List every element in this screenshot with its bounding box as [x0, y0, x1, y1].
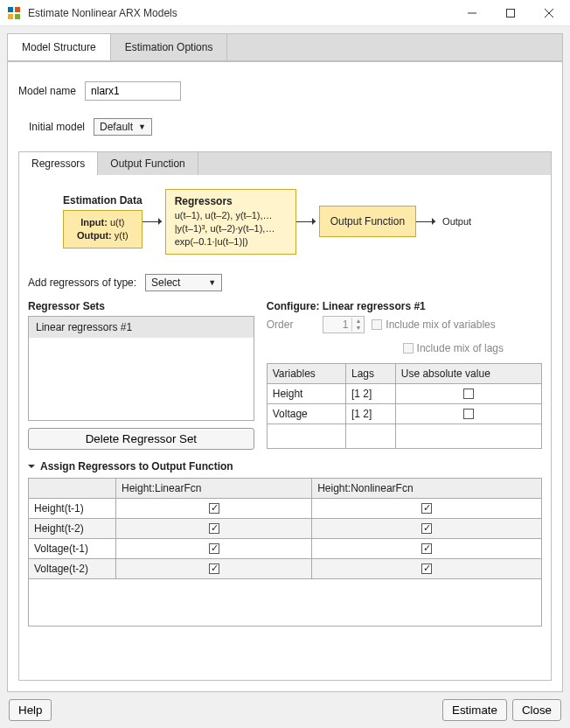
table-row: Height(t-2) [29, 518, 542, 538]
table-row: Voltage(t-1) [29, 538, 542, 558]
spinner-arrows-icon: ▲▼ [351, 318, 364, 332]
regressors-box: Regressors u(t–1), u(t–2), y(t–1),… |y(t… [165, 189, 296, 255]
assign-regressors-toggle[interactable]: Assign Regressors to Output Function [28, 460, 542, 472]
window-minimize-button[interactable] [453, 0, 491, 26]
window-title: Estimate Nonlinear ARX Models [28, 7, 453, 19]
checkbox-checked-icon [209, 564, 219, 574]
output-function-box: Output Function [319, 206, 416, 237]
add-regressors-label: Add regressors of type: [28, 276, 136, 289]
estimation-data-block: Estimation Data Input: u(t) Output: y(t) [63, 194, 142, 248]
help-button[interactable]: Help [9, 699, 52, 721]
checkbox-checked-icon [421, 503, 432, 514]
cell-empty [395, 424, 541, 448]
tab-output-function[interactable]: Output Function [98, 152, 198, 175]
window-close-button[interactable] [530, 0, 568, 26]
cell-empty [267, 424, 345, 448]
order-label: Order [267, 318, 294, 331]
window-titlebar: Estimate Nonlinear ARX Models [0, 0, 570, 26]
arrow-icon [296, 216, 319, 227]
estimate-button[interactable]: Estimate [442, 699, 507, 721]
col-use-absolute[interactable]: Use absolute value [395, 363, 541, 383]
pipeline-diagram: Estimation Data Input: u(t) Output: y(t)… [63, 189, 542, 255]
cell-empty [346, 424, 396, 448]
chevron-down-icon: ▼ [208, 278, 216, 287]
regressors-box-line: u(t–1), u(t–2), y(t–1),… [175, 209, 287, 222]
cell-nl-check[interactable] [312, 538, 542, 558]
close-button[interactable]: Close [512, 699, 561, 721]
regressors-box-title: Regressors [175, 195, 287, 207]
est-input-label: Input: [80, 217, 108, 228]
main-tabs: Model Structure Estimation Options [7, 33, 563, 61]
dialog-footer: Help Estimate Close [7, 692, 563, 721]
table-row: Voltage [1 2] [267, 403, 541, 424]
cell-lin-check[interactable] [116, 558, 312, 578]
output-function-box-label: Output Function [330, 215, 405, 228]
estimation-data-caption: Estimation Data [63, 194, 142, 206]
arrow-icon [416, 216, 439, 227]
window-maximize-button[interactable] [491, 0, 530, 26]
cell-lags[interactable]: [1 2] [346, 383, 396, 403]
cell-regressor-name: Voltage(t-1) [29, 538, 116, 558]
estimation-data-box: Input: u(t) Output: y(t) [63, 210, 142, 248]
cell-lags[interactable]: [1 2] [346, 403, 396, 424]
include-mix-lags-label: Include mix of lags [417, 342, 504, 354]
cell-nl-check[interactable] [312, 498, 542, 518]
checkbox-box-icon [372, 319, 382, 330]
col-nonlinearfcn[interactable]: Height:NonlinearFcn [312, 478, 542, 498]
tab-regressors[interactable]: Regressors [19, 152, 98, 175]
chevron-down-icon: ▼ [138, 122, 146, 131]
cell-lin-check[interactable] [116, 518, 312, 538]
cell-lin-check[interactable] [116, 498, 312, 518]
assign-regressors-title: Assign Regressors to Output Function [40, 460, 233, 472]
list-item[interactable]: Linear regressors #1 [29, 317, 254, 338]
model-structure-panel: Model name Initial model Default ▼ Regre… [7, 61, 563, 692]
col-linearfcn[interactable]: Height:LinearFcn [116, 478, 312, 498]
checkbox-checked-icon [421, 523, 432, 534]
checkbox-checked-icon [421, 564, 432, 574]
delete-regressor-set-button[interactable]: Delete Regressor Set [28, 428, 254, 450]
cell-lin-check[interactable] [116, 538, 312, 558]
assign-table: Height:LinearFcn Height:NonlinearFcn Hei… [28, 478, 542, 626]
model-name-input[interactable] [85, 81, 181, 101]
order-value: 1 [323, 317, 351, 332]
col-blank [29, 478, 116, 498]
order-spinner[interactable]: 1 ▲▼ [323, 316, 365, 333]
initial-model-select[interactable]: Default ▼ [94, 118, 152, 136]
initial-model-label: Initial model [29, 121, 85, 133]
close-icon [545, 9, 553, 18]
checkbox-checked-icon [209, 543, 219, 554]
checkbox-icon [463, 409, 474, 419]
cell-abs[interactable] [395, 403, 541, 424]
cell-abs[interactable] [395, 383, 541, 403]
checkbox-checked-icon [209, 523, 219, 534]
initial-model-value: Default [100, 121, 133, 133]
regressor-sets-list[interactable]: Linear regressors #1 [28, 316, 254, 421]
include-mix-variables-label: Include mix of variables [386, 318, 495, 331]
add-regressors-select[interactable]: Select ▼ [145, 274, 222, 291]
svg-rect-1 [15, 7, 20, 12]
tab-model-structure[interactable]: Model Structure [8, 34, 111, 60]
table-row [267, 424, 541, 448]
arrow-icon [142, 216, 165, 227]
regressors-panel: Estimation Data Input: u(t) Output: y(t)… [18, 175, 552, 681]
configure-table: Variables Lags Use absolute value Height… [267, 363, 542, 449]
est-output-value: y(t) [112, 230, 129, 241]
table-row: Voltage(t-2) [29, 558, 542, 578]
col-variables[interactable]: Variables [267, 363, 345, 383]
table-row: Height(t-1) [29, 498, 542, 518]
checkbox-icon [463, 388, 474, 399]
include-mix-lags-checkbox[interactable]: Include mix of lags [403, 342, 504, 354]
svg-rect-0 [8, 7, 13, 12]
include-mix-variables-checkbox[interactable]: Include mix of variables [372, 318, 495, 331]
tab-estimation-options[interactable]: Estimation Options [111, 34, 228, 60]
regressors-box-line: |y(t–1)³, u(t–2)·y(t–1),… [175, 222, 287, 235]
regressor-sets-heading: Regressor Sets [28, 300, 254, 312]
cell-nl-check[interactable] [312, 558, 542, 578]
col-lags[interactable]: Lags [346, 363, 396, 383]
cell-nl-check[interactable] [312, 518, 542, 538]
regressors-box-line: exp(–0.1·|u(t–1)|) [175, 235, 287, 248]
svg-rect-5 [507, 9, 515, 17]
cell-regressor-name: Height(t-2) [29, 518, 116, 538]
cell-variable: Voltage [267, 403, 345, 424]
cell-variable: Height [267, 383, 345, 403]
